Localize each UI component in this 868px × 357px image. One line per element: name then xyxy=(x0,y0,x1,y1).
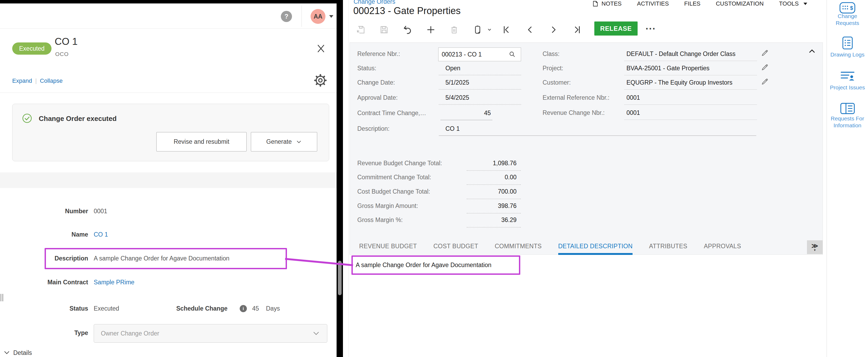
detailed-description-text[interactable]: A sample Change Order for Agave Document… xyxy=(356,261,491,269)
edit-pencil-icon[interactable] xyxy=(761,49,769,58)
expand-link[interactable]: Expand xyxy=(12,77,32,84)
header-divider xyxy=(302,6,302,27)
menu-item-label: CUSTOMIZATION xyxy=(716,0,764,7)
total-label: Revenue Budget Change Total: xyxy=(357,160,442,167)
sidebar-item-project-issues[interactable]: Project Issues xyxy=(827,84,868,91)
menu-item-label: ACTIVITIES xyxy=(637,0,669,7)
edit-pencil-icon[interactable] xyxy=(761,78,769,87)
tab-attributes[interactable]: ATTRIBUTES xyxy=(649,239,687,255)
panel-header: ? AA xyxy=(0,3,337,29)
lookup-magnifier-icon[interactable] xyxy=(508,51,516,59)
release-button[interactable]: RELEASE xyxy=(594,22,638,36)
field-underline xyxy=(439,104,521,105)
customer-value[interactable]: EQUGRP - The Equity Group Investors xyxy=(626,79,732,86)
total-label: Commitment Change Total: xyxy=(357,174,431,181)
contract-time-change-value[interactable]: 45 xyxy=(439,109,491,117)
tab-detailed-description[interactable]: DETAILED DESCRIPTION xyxy=(558,239,632,255)
gross-margin-amount: 398.76 xyxy=(465,202,517,209)
main-contract-label: Main Contract xyxy=(0,279,88,286)
status-badge: Executed xyxy=(12,42,52,55)
tab-cost-budget[interactable]: COST BUDGET xyxy=(433,239,478,255)
edit-pencil-icon[interactable] xyxy=(761,63,769,72)
change-requests-icon[interactable]: $ xyxy=(827,2,868,14)
gross-margin-percent: 36.29 xyxy=(465,217,517,224)
field-underline xyxy=(624,104,757,105)
sidebar-item-change-requests[interactable]: Change Requests xyxy=(827,13,868,27)
svg-text:$: $ xyxy=(850,5,853,11)
tab-overflow-button[interactable]: ≫ ▾ xyxy=(807,240,823,254)
go-last-icon[interactable] xyxy=(571,22,583,37)
double-chevron-right-icon: ≫ xyxy=(811,243,818,249)
generate-button[interactable]: Generate xyxy=(251,132,317,152)
name-link[interactable]: CO 1 xyxy=(94,231,108,238)
drawing-logs-icon[interactable] xyxy=(827,36,868,50)
type-dropdown[interactable]: Owner Change Order xyxy=(94,324,327,343)
class-value[interactable]: DEFAULT - Default Change Order Class xyxy=(626,51,736,58)
sidebar-item-label: Drawing Logs xyxy=(828,51,867,58)
panel-resize-handle[interactable] xyxy=(1,294,4,301)
sidebar-item-label: Requests For Information xyxy=(828,115,867,129)
status-field-value: Open xyxy=(445,65,460,72)
undo-icon[interactable] xyxy=(402,22,413,37)
menu-item-notes[interactable]: NOTES xyxy=(592,0,622,7)
panel-scrollbar-track[interactable] xyxy=(337,0,343,357)
field-label: External Reference Nbr.: xyxy=(542,94,610,101)
field-underline xyxy=(439,89,521,90)
save-and-close-icon xyxy=(355,22,367,37)
number-value: 0001 xyxy=(94,208,107,215)
status-value: Executed xyxy=(94,305,119,312)
name-label: Name xyxy=(0,231,88,238)
field-label: Change Date: xyxy=(357,79,395,86)
menu-item-activities[interactable]: ACTIVITIES xyxy=(637,0,669,7)
user-menu-caret-icon[interactable] xyxy=(329,15,333,18)
add-icon[interactable] xyxy=(425,22,437,37)
field-label: Revenue Change Nbr.: xyxy=(542,109,605,117)
help-icon[interactable]: ? xyxy=(281,11,292,22)
avatar[interactable]: AA xyxy=(311,9,326,24)
field-underline xyxy=(439,74,521,75)
sidebar-item-label: Change Requests xyxy=(832,13,864,27)
collapse-link[interactable]: Collapse xyxy=(40,77,63,84)
menu-item-label: TOOLS xyxy=(779,0,799,7)
requests-for-information-icon[interactable] xyxy=(827,102,868,115)
menu-item-files[interactable]: FILES xyxy=(684,0,701,7)
tab-approvals[interactable]: APPROVALS xyxy=(704,239,741,255)
sidebar-item-drawing-logs[interactable]: Drawing Logs xyxy=(827,51,868,58)
copy-paste-icon[interactable] xyxy=(472,22,484,37)
description-value: A sample Change Order for Agave Document… xyxy=(94,255,229,262)
project-value[interactable]: BVAA-25001 - Gate Properties xyxy=(626,65,710,72)
copy-paste-menu-chevron-icon[interactable] xyxy=(486,22,493,37)
field-underline xyxy=(624,61,757,61)
caret-down-icon: ▾ xyxy=(814,249,816,252)
details-section-header[interactable]: Details xyxy=(0,172,337,188)
revenue-change-nbr-value[interactable]: 0001 xyxy=(626,109,640,117)
number-label: Number xyxy=(0,208,88,215)
revise-and-resubmit-button[interactable]: Revise and resubmit xyxy=(156,132,247,152)
save-icon xyxy=(378,22,390,37)
field-label: Contract Time Change,… xyxy=(357,109,426,117)
more-actions-button[interactable]: ... xyxy=(646,21,656,32)
change-order-side-panel: ? AA Executed CO 1 OCO Expand|Collapse xyxy=(0,0,337,357)
breadcrumb[interactable]: Change Orders xyxy=(353,0,395,5)
close-icon[interactable] xyxy=(315,42,327,55)
go-first-icon[interactable] xyxy=(501,22,513,37)
menu-item-customization[interactable]: CUSTOMIZATION xyxy=(716,0,764,7)
tab-bar: REVENUE BUDGET COST BUDGET COMMITMENTS D… xyxy=(359,239,741,255)
main-contract-link[interactable]: Sample PRime xyxy=(94,279,134,286)
field-underline xyxy=(467,170,521,171)
tab-commitments[interactable]: COMMITMENTS xyxy=(495,239,542,255)
project-issues-icon[interactable] xyxy=(827,70,868,83)
gear-icon[interactable] xyxy=(314,74,327,87)
sidebar-item-requests-for-information[interactable]: Requests For Information xyxy=(827,115,868,129)
go-next-icon[interactable] xyxy=(548,22,559,37)
info-icon[interactable]: i xyxy=(240,305,247,312)
tab-revenue-budget[interactable]: REVENUE BUDGET xyxy=(359,239,417,255)
link-separator: | xyxy=(35,77,37,84)
external-reference-value[interactable]: 0001 xyxy=(626,94,640,101)
menu-item-tools[interactable]: TOOLS xyxy=(779,0,807,7)
collapse-panel-icon[interactable] xyxy=(808,47,816,57)
description-field-value[interactable]: CO 1 xyxy=(445,125,460,132)
go-previous-icon[interactable] xyxy=(524,22,536,37)
panel-scrollbar-thumb[interactable] xyxy=(338,261,342,295)
chevron-down-icon xyxy=(312,329,320,337)
